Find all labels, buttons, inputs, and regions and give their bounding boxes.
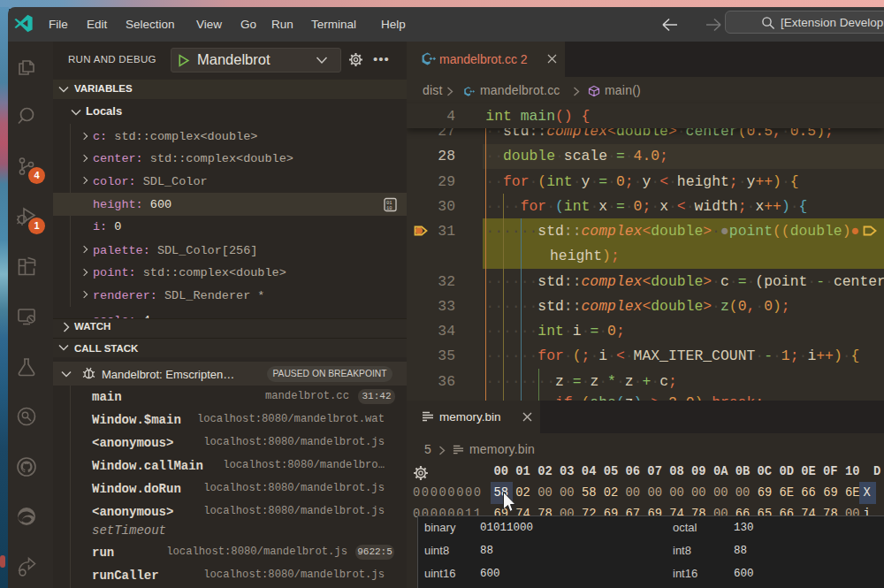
svg-text:10: 10 — [386, 205, 392, 211]
